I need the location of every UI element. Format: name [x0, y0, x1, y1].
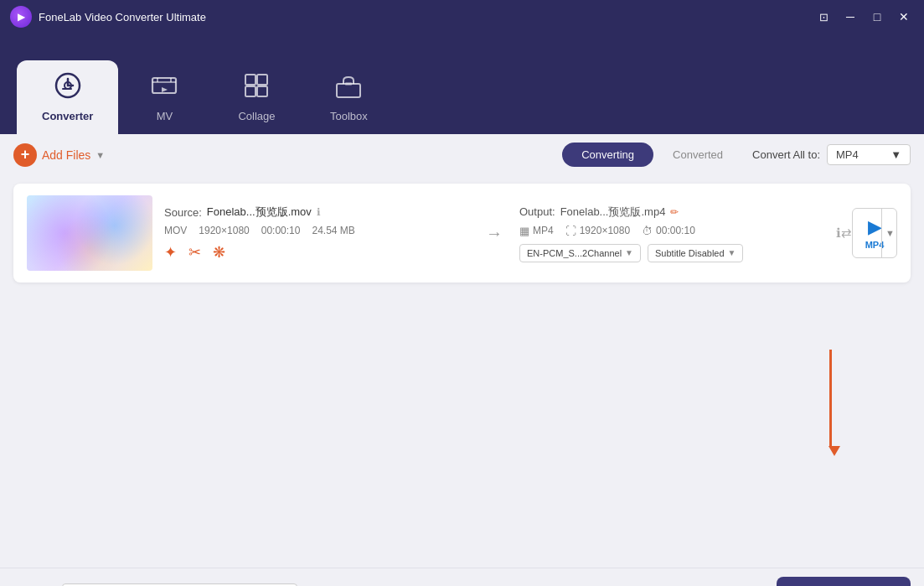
collage-label: Collage — [238, 110, 275, 122]
convert-all-to-label: Convert All to: — [752, 148, 820, 161]
file-resolution: 1920×1080 — [199, 225, 249, 236]
tab-mv[interactable]: MV — [118, 60, 210, 134]
converter-label: Converter — [42, 110, 93, 122]
output-name: Fonelab...预览版.mp4 — [560, 205, 666, 220]
item-settings-button[interactable]: ⇄ — [841, 226, 852, 241]
output-meta: ▦ MP4 ⛶ 1920×1080 ⏱ 00:00:10 — [519, 225, 824, 237]
audio-chevron-icon: ▼ — [625, 248, 633, 257]
title-bar: ▶ FoneLab Video Converter Ultimate ⊡ ─ □… — [0, 0, 924, 34]
duration-meta-icon: ⏱ — [642, 225, 653, 237]
out-format: MP4 — [533, 225, 554, 236]
svg-rect-4 — [257, 75, 267, 85]
mv-label: MV — [157, 110, 173, 122]
audio-track-select[interactable]: EN-PCM_S...2Channel ▼ — [519, 244, 641, 262]
file-meta: MOV 1920×1080 00:00:10 24.54 MB — [164, 225, 469, 236]
boost-off-button[interactable] — [341, 581, 368, 586]
format-meta-icon: ▦ — [519, 225, 529, 237]
file-format: MOV — [164, 225, 187, 236]
red-arrow-head — [829, 446, 840, 456]
file-size: 24.54 MB — [312, 225, 354, 236]
red-arrow — [829, 350, 832, 459]
format-badge-wrap: ℹ ⇄ ▶ MP4 ▼ — [836, 208, 897, 258]
format-select[interactable]: MP4 ▼ — [827, 144, 911, 165]
close-btn[interactable]: ✕ — [894, 7, 914, 27]
source-row: Source: Fonelab...预览版.mov ℹ — [164, 205, 469, 220]
window-controls: ⊡ ─ □ ✕ — [813, 7, 914, 27]
converted-pill[interactable]: Converted — [653, 143, 742, 167]
file-actions: ✦ ✂ ❋ — [164, 243, 469, 262]
toolbox-icon — [335, 72, 362, 105]
output-selects: EN-PCM_S...2Channel ▼ Subtitle Disabled … — [519, 244, 824, 262]
badge-format-icon: ▶ — [868, 216, 882, 238]
out-resolution: 1920×1080 — [580, 225, 630, 236]
format-selected: MP4 — [836, 148, 859, 161]
add-files-label: Add Files — [42, 148, 90, 162]
audio-track-value: EN-PCM_S...2Channel — [527, 248, 622, 258]
source-label: Source: — [164, 206, 202, 219]
minimize-btn[interactable]: ─ — [840, 7, 860, 27]
svg-rect-7 — [337, 84, 360, 97]
output-duration-meta: ⏱ 00:00:10 — [642, 225, 695, 237]
file-thumbnail — [27, 195, 152, 271]
toolbox-label: Toolbox — [330, 110, 368, 122]
tab-pills: Converting Converted — [562, 143, 742, 167]
format-chevron-icon: ▼ — [890, 148, 901, 161]
output-format-meta: ▦ MP4 — [519, 225, 554, 237]
bottom-bar: Save to: D:\FoneLab\FoneLab Vid...ter Ul… — [0, 568, 924, 586]
arrow-right-icon: → — [486, 224, 503, 243]
boost-group — [341, 581, 368, 586]
effect-icon[interactable]: ❋ — [213, 243, 225, 262]
out-duration: 00:00:10 — [656, 225, 695, 236]
add-files-button[interactable]: + Add Files ▼ — [13, 143, 105, 167]
subtitle-chevron-icon: ▼ — [728, 248, 736, 257]
add-files-chevron: ▼ — [95, 150, 105, 160]
file-source-info: Source: Fonelab...预览版.mov ℹ MOV 1920×108… — [164, 205, 469, 262]
badge-dropdown-btn[interactable]: ▼ — [881, 208, 898, 258]
cut-icon[interactable]: ✂ — [188, 243, 201, 262]
caption-btn[interactable]: ⊡ — [813, 7, 834, 27]
red-arrow-line — [829, 350, 832, 446]
tab-collage[interactable]: Collage — [210, 60, 302, 134]
output-resolution-meta: ⛶ 1920×1080 — [565, 225, 630, 237]
tab-nav: Converter MV Collage — [0, 34, 924, 134]
toolbar: + Add Files ▼ Converting Converted Conve… — [0, 134, 924, 175]
subtitle-value: Subtitle Disabled — [655, 248, 725, 258]
enhance-icon[interactable]: ✦ — [164, 243, 177, 262]
hw-accel-button[interactable] — [376, 581, 403, 586]
subtitle-select[interactable]: Subtitle Disabled ▼ — [648, 244, 743, 262]
hw-group — [376, 581, 403, 586]
converting-pill[interactable]: Converting — [562, 143, 653, 167]
thumbnail-splash — [27, 195, 152, 271]
output-info: Output: Fonelab...预览版.mp4 ✏ ▦ MP4 ⛶ 1920… — [519, 205, 824, 262]
app-title: FoneLab Video Converter Ultimate — [39, 11, 813, 23]
file-duration: 00:00:10 — [261, 225, 301, 236]
tab-toolbox[interactable]: Toolbox — [302, 60, 395, 134]
source-name: Fonelab...预览版.mov — [207, 205, 312, 220]
content-area — [0, 299, 924, 568]
file-list: Source: Fonelab...预览版.mov ℹ MOV 1920×108… — [0, 175, 924, 299]
plus-icon: + — [13, 143, 37, 167]
svg-rect-8 — [345, 82, 352, 86]
output-row: Output: Fonelab...预览版.mp4 ✏ — [519, 205, 824, 220]
svg-rect-3 — [245, 75, 256, 85]
resolution-meta-icon: ⛶ — [565, 225, 576, 237]
convert-all-button[interactable]: Convert All — [777, 577, 911, 586]
output-label: Output: — [519, 205, 555, 218]
file-item: Source: Fonelab...预览版.mov ℹ MOV 1920×108… — [13, 184, 911, 283]
settings-button[interactable] — [411, 581, 438, 586]
tab-converter[interactable]: Converter — [17, 60, 118, 134]
converter-icon — [54, 72, 81, 105]
svg-rect-6 — [257, 86, 267, 96]
svg-rect-5 — [245, 86, 256, 96]
app-logo: ▶ — [10, 6, 32, 28]
browse-folder-button[interactable] — [306, 581, 333, 586]
mv-icon — [151, 72, 178, 105]
main-content: + Add Files ▼ Converting Converted Conve… — [0, 134, 924, 568]
source-info-icon[interactable]: ℹ — [317, 206, 321, 218]
maximize-btn[interactable]: □ — [867, 7, 887, 27]
gear-group: ▼ — [411, 581, 450, 586]
collage-icon — [243, 72, 270, 105]
convert-all-to: Convert All to: MP4 ▼ — [752, 144, 911, 165]
output-edit-icon[interactable]: ✏ — [670, 206, 679, 218]
